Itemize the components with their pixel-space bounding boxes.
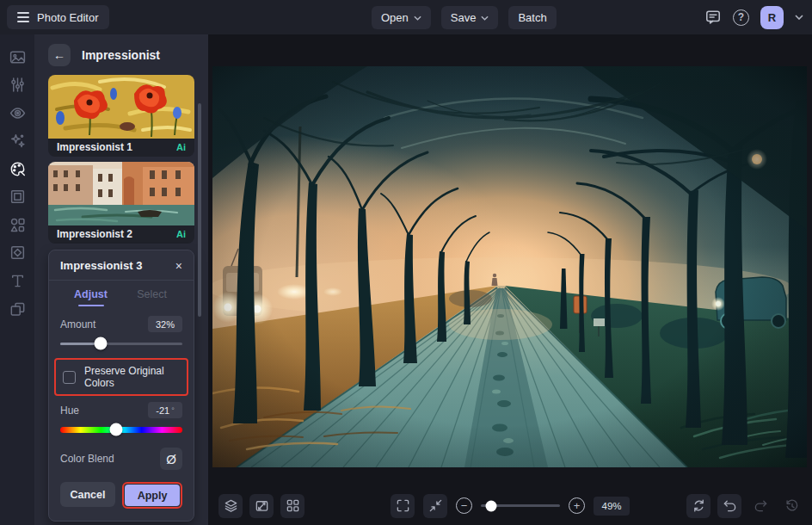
back-button[interactable]: ← bbox=[48, 44, 71, 66]
fit-screen-icon bbox=[428, 498, 443, 513]
redo-button[interactable] bbox=[748, 494, 772, 518]
tab-adjust[interactable]: Adjust bbox=[60, 281, 121, 306]
ornament-frame-tool-icon[interactable] bbox=[0, 239, 34, 268]
preserve-original-colors-checkbox[interactable] bbox=[63, 371, 76, 384]
undo-button[interactable] bbox=[717, 494, 741, 518]
adjustments-tool-icon[interactable] bbox=[0, 71, 34, 100]
layers-button[interactable] bbox=[218, 494, 243, 518]
before-after-icon bbox=[255, 498, 269, 513]
preserve-label: Preserve Original Colors bbox=[84, 365, 180, 389]
adjust-select-tabs: Adjust Select bbox=[60, 281, 182, 306]
redo-icon bbox=[754, 498, 768, 513]
no-color-blend-button[interactable]: Ø bbox=[160, 448, 182, 470]
menu-icon bbox=[17, 12, 29, 22]
frame-tool-icon[interactable] bbox=[0, 183, 34, 212]
amount-label: Amount bbox=[60, 318, 95, 330]
thumbnail-image-poppies bbox=[48, 75, 194, 139]
reset-icon bbox=[692, 498, 706, 513]
preset-impressionist-1[interactable]: Impressionist 1 Ai bbox=[48, 75, 194, 157]
ai-sparkles-tool-icon[interactable] bbox=[0, 127, 34, 156]
zoom-slider[interactable] bbox=[481, 500, 560, 512]
help-icon[interactable]: ? bbox=[733, 9, 749, 26]
compare-button[interactable] bbox=[249, 494, 274, 518]
panel-scrollbar[interactable] bbox=[198, 103, 201, 317]
save-button[interactable]: Save bbox=[441, 6, 499, 29]
chevron-down-icon bbox=[481, 15, 489, 21]
image-tool-icon[interactable] bbox=[0, 43, 34, 71]
preset-impressionist-2[interactable]: Impressionist 2 Ai bbox=[48, 162, 194, 244]
account-chevron-icon[interactable] bbox=[795, 15, 803, 20]
grid-view-button[interactable] bbox=[280, 494, 304, 518]
collage-tool-icon[interactable] bbox=[0, 295, 34, 324]
app-title: Photo Editor bbox=[37, 11, 99, 24]
ai-badge: Ai bbox=[176, 142, 186, 152]
tool-card-title: Impressionist 3 bbox=[60, 259, 142, 272]
amount-slider-handle[interactable] bbox=[94, 337, 107, 350]
layers-icon bbox=[224, 498, 238, 513]
impressionist-3-card: Impressionist 3 × Adjust Select Amount 3… bbox=[48, 250, 194, 522]
amount-value[interactable]: 32% bbox=[148, 316, 182, 332]
fit-screen-button[interactable] bbox=[423, 494, 447, 518]
text-tool-icon[interactable] bbox=[0, 267, 34, 295]
thumbnail-image-venice bbox=[48, 162, 194, 225]
zoom-in-button[interactable]: + bbox=[569, 497, 585, 514]
palette-tool-icon[interactable] bbox=[0, 155, 34, 183]
apply-button[interactable]: Apply bbox=[125, 485, 180, 506]
fullscreen-icon bbox=[396, 498, 410, 513]
tab-select[interactable]: Select bbox=[121, 281, 182, 306]
ai-badge: Ai bbox=[176, 229, 186, 239]
grid-icon bbox=[286, 498, 300, 513]
panel-title: Impressionist bbox=[82, 48, 160, 62]
eye-tool-icon[interactable] bbox=[0, 99, 34, 127]
apply-highlight-box: Apply bbox=[122, 482, 182, 509]
preserve-highlight-box: Preserve Original Colors bbox=[54, 358, 188, 396]
fullscreen-button[interactable] bbox=[391, 494, 415, 518]
canvas-area: − + 49% bbox=[208, 34, 812, 525]
feedback-icon[interactable] bbox=[704, 9, 722, 26]
tool-rail bbox=[0, 34, 34, 525]
topbar: Photo Editor Open Save Batch ? R bbox=[0, 0, 812, 34]
avatar[interactable]: R bbox=[760, 6, 784, 29]
undo-icon bbox=[723, 498, 737, 513]
zoom-level-value[interactable]: 49% bbox=[594, 497, 630, 516]
canvas-image[interactable] bbox=[212, 66, 807, 467]
open-button[interactable]: Open bbox=[372, 6, 431, 29]
hue-slider-handle[interactable] bbox=[110, 423, 123, 436]
history-button[interactable] bbox=[779, 494, 803, 518]
amount-slider[interactable] bbox=[60, 337, 182, 350]
preset-label: Impressionist 1 bbox=[57, 141, 132, 153]
reset-button[interactable] bbox=[686, 494, 710, 518]
history-icon bbox=[784, 498, 799, 513]
hue-label: Hue bbox=[60, 405, 79, 417]
zoom-out-button[interactable]: − bbox=[456, 497, 472, 514]
zoom-slider-handle[interactable] bbox=[485, 500, 496, 511]
preset-label: Impressionist 2 bbox=[57, 228, 132, 240]
cancel-button[interactable]: Cancel bbox=[60, 482, 115, 507]
color-blend-label: Color Blend bbox=[60, 453, 114, 465]
hue-value[interactable]: -21 ° bbox=[148, 402, 182, 418]
shapes-tool-icon[interactable] bbox=[0, 211, 34, 239]
hue-slider[interactable] bbox=[60, 423, 182, 436]
batch-button[interactable]: Batch bbox=[508, 6, 556, 29]
close-icon[interactable]: × bbox=[175, 260, 182, 272]
chevron-down-icon bbox=[414, 15, 421, 21]
canvas-toolbar: − + 49% bbox=[208, 486, 812, 525]
effects-panel: ← Impressionist bbox=[34, 34, 208, 525]
app-menu-button[interactable]: Photo Editor bbox=[7, 5, 109, 29]
